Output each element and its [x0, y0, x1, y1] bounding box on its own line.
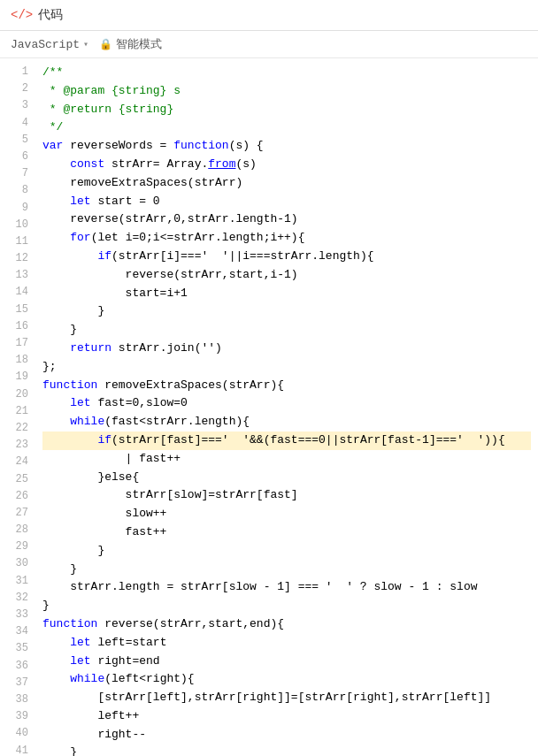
- code-line: let start = 0: [42, 193, 531, 211]
- code-line: */: [42, 118, 531, 137]
- code-line: let fast=0,slow=0: [42, 394, 531, 413]
- line-numbers: 1234567891011121314151617181920212223242…: [0, 58, 32, 756]
- code-line: | fast++: [42, 450, 531, 469]
- code-line: if(strArr[i]===' '||i===strArr.length){: [42, 248, 531, 266]
- code-line: slow++: [42, 505, 531, 523]
- code-line: if(strArr[fast]===' '&&(fast===0||strArr…: [42, 431, 531, 450]
- toolbar: JavaScript ▾ 🔒 智能模式: [0, 31, 538, 58]
- lock-icon: 🔒: [99, 38, 112, 51]
- code-content[interactable]: /** * @param {string} s * @return {strin…: [32, 58, 538, 756]
- code-line: var reverseWords = function(s) {: [42, 137, 531, 156]
- code-line: strArr[slow]=strArr[fast]: [42, 486, 531, 505]
- code-line: while(fast<strArr.length){: [42, 413, 531, 431]
- code-line: }: [42, 744, 531, 756]
- code-line: const strArr= Array.from(s): [42, 156, 531, 174]
- code-line: function reverse(strArr,start,end){: [42, 615, 531, 634]
- code-line: reverse(strArr,start,i-1): [42, 266, 531, 285]
- code-line: /**: [42, 64, 531, 82]
- page-wrapper: </> 代码 JavaScript ▾ 🔒 智能模式 1234567891011…: [0, 0, 538, 756]
- language-label: JavaScript: [11, 38, 80, 51]
- code-line: }: [42, 561, 531, 579]
- code-line: * @param {string} s: [42, 82, 531, 101]
- code-line: * @return {string}: [42, 101, 531, 119]
- code-line: left++: [42, 707, 531, 726]
- code-line: right--: [42, 726, 531, 745]
- code-line: reverse(strArr,0,strArr.length-1): [42, 210, 531, 229]
- code-line: [strArr[left],strArr[right]]=[strArr[rig…: [42, 689, 531, 707]
- code-line: }: [42, 302, 531, 321]
- code-line: removeExtraSpaces(strArr): [42, 174, 531, 193]
- language-selector[interactable]: JavaScript ▾: [11, 38, 88, 51]
- code-container: 1234567891011121314151617181920212223242…: [0, 58, 538, 756]
- code-line: }: [42, 321, 531, 340]
- header: </> 代码: [0, 0, 538, 31]
- code-line: let right=end: [42, 653, 531, 671]
- code-line: fast++: [42, 523, 531, 542]
- code-line: }else{: [42, 469, 531, 487]
- code-line: let left=start: [42, 634, 531, 653]
- code-line: return strArr.join(''): [42, 340, 531, 358]
- code-line: }: [42, 542, 531, 561]
- code-icon: </>: [11, 8, 33, 22]
- code-line: };: [42, 358, 531, 377]
- header-title: 代码: [38, 7, 63, 23]
- code-line: function removeExtraSpaces(strArr){: [42, 377, 531, 395]
- code-line: while(left<right){: [42, 670, 531, 689]
- chevron-down-icon: ▾: [83, 39, 88, 50]
- code-line: strArr.length = strArr[slow - 1] === ' '…: [42, 578, 531, 597]
- smart-mode-label: 智能模式: [116, 36, 162, 52]
- code-line: start=i+1: [42, 285, 531, 303]
- code-line: }: [42, 597, 531, 615]
- code-line: for(let i=0;i<=strArr.length;i++){: [42, 229, 531, 248]
- smart-mode: 🔒 智能模式: [99, 36, 162, 52]
